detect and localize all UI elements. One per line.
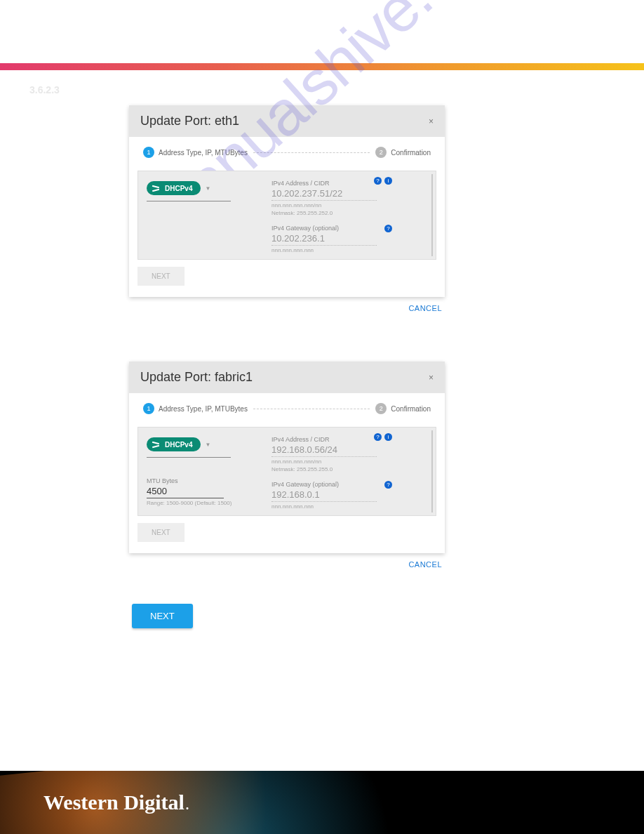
next-button[interactable]: NEXT	[137, 523, 185, 542]
step-1-badge: 1	[143, 147, 154, 158]
chevron-down-icon: ▼	[205, 185, 210, 192]
ipv4-address-hint: nnn.nnn.nnn.nnn/nn	[271, 202, 427, 208]
step-1-label: Address Type, IP, MTUBytes	[159, 149, 248, 157]
mtu-field[interactable]: 4500	[147, 484, 224, 498]
dialog-title: Update Port: fabric1	[140, 370, 253, 385]
ipv4-gateway-field[interactable]: 192.168.0.1	[271, 488, 377, 502]
close-icon[interactable]: ×	[429, 117, 434, 126]
step-2-badge: 2	[375, 403, 387, 414]
step-2-badge: 2	[375, 147, 387, 158]
brand-text: Western Digital	[43, 790, 185, 814]
shuffle-icon	[152, 440, 161, 449]
ipv4-gateway-hint: nnn.nnn.nnn.nnn	[271, 247, 427, 253]
wizard-stepper: 1 Address Type, IP, MTUBytes 2 Confirmat…	[129, 137, 445, 165]
ipv4-address-field[interactable]: 192.168.0.56/24	[271, 443, 377, 457]
section-number: 3.6.2.3	[29, 84, 60, 95]
help-icon[interactable]: ?	[374, 433, 382, 441]
address-type-select[interactable]: DHCPv4 ▼	[147, 178, 231, 201]
address-type-select[interactable]: DHCPv4 ▼	[147, 435, 231, 458]
step-divider	[253, 409, 370, 409]
scrollbar[interactable]	[431, 174, 433, 256]
mtu-label: MTU Bytes	[147, 477, 252, 484]
cancel-link[interactable]: CANCEL	[129, 553, 445, 569]
shuffle-icon	[152, 184, 161, 192]
dhcp-pill: DHCPv4	[147, 181, 201, 195]
dhcp-pill: DHCPv4	[147, 437, 201, 451]
form-panel: DHCPv4 ▼ MTU Bytes 4500 Range: 1500-9000…	[137, 427, 436, 516]
help-icon[interactable]: ?	[384, 481, 392, 489]
chevron-down-icon: ▼	[205, 442, 210, 448]
dhcp-label: DHCPv4	[165, 441, 192, 449]
ipv4-gateway-label: IPv4 Gateway (optional)	[271, 481, 427, 488]
ipv4-gateway-label: IPv4 Gateway (optional)	[271, 225, 427, 232]
page-footer: Western Digital.	[0, 771, 644, 834]
help-icon[interactable]: ?	[384, 225, 392, 232]
ipv4-gateway-field[interactable]: 10.202.236.1	[271, 232, 377, 246]
ipv4-address-label: IPv4 Address / CIDR	[271, 180, 427, 187]
mtu-hint: Range: 1500-9000 (Default: 1500)	[147, 500, 252, 506]
cancel-link[interactable]: CANCEL	[129, 297, 445, 312]
step-1-badge: 1	[143, 403, 154, 414]
ipv4-address-hint: nnn.nnn.nnn.nnn/nn	[271, 458, 427, 465]
close-icon[interactable]: ×	[429, 373, 434, 383]
western-digital-logo: Western Digital.	[43, 790, 189, 814]
dialog-header: Update Port: fabric1 ×	[129, 362, 445, 393]
netmask-text: Netmask: 255.255.255.0	[271, 466, 427, 472]
form-panel: DHCPv4 ▼ ? i IPv4 Address / CIDR 10.202.…	[137, 171, 436, 260]
step-2-label: Confirmation	[391, 149, 431, 157]
wizard-stepper: 1 Address Type, IP, MTUBytes 2 Confirmat…	[129, 393, 445, 421]
update-port-dialog-fabric1: Update Port: fabric1 × 1 Address Type, I…	[129, 362, 445, 553]
netmask-text: Netmask: 255.255.252.0	[271, 210, 427, 216]
step-divider	[253, 152, 370, 153]
next-button[interactable]: NEXT	[137, 267, 185, 286]
dhcp-label: DHCPv4	[165, 185, 192, 192]
step-1-label: Address Type, IP, MTUBytes	[159, 405, 248, 413]
gradient-header-bar	[0, 63, 644, 70]
dialog-header: Update Port: eth1 ×	[129, 105, 445, 137]
help-icon[interactable]: ?	[374, 177, 382, 185]
primary-next-button[interactable]: NEXT	[132, 604, 193, 628]
info-icon[interactable]: i	[384, 177, 392, 185]
ipv4-gateway-hint: nnn.nnn.nnn.nnn	[271, 503, 427, 510]
dialog-title: Update Port: eth1	[140, 114, 239, 128]
ipv4-address-label: IPv4 Address / CIDR	[271, 436, 427, 443]
scrollbar[interactable]	[431, 430, 433, 512]
info-icon[interactable]: i	[384, 433, 392, 441]
step-2-label: Confirmation	[391, 405, 431, 413]
update-port-dialog-eth1: Update Port: eth1 × 1 Address Type, IP, …	[129, 105, 445, 297]
ipv4-address-field[interactable]: 10.202.237.51/22	[271, 187, 377, 201]
